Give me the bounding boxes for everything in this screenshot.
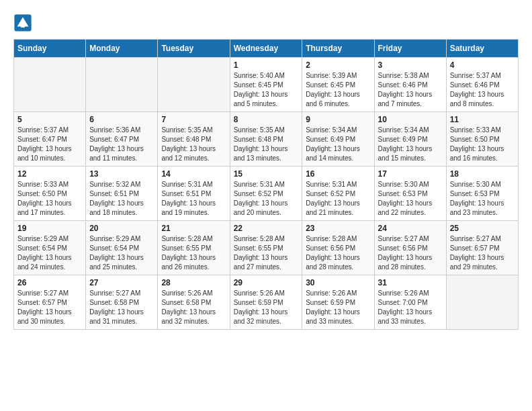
- day-number: 12: [17, 169, 82, 179]
- day-info: Sunrise: 5:26 AMSunset: 6:59 PMDaylight:…: [306, 289, 370, 326]
- calendar-cell: 11Sunrise: 5:33 AMSunset: 6:50 PMDayligh…: [446, 112, 518, 167]
- day-info: Sunrise: 5:28 AMSunset: 6:55 PMDaylight:…: [234, 234, 299, 272]
- day-info: Sunrise: 5:34 AMSunset: 6:49 PMDaylight:…: [306, 126, 370, 163]
- day-info: Sunrise: 5:37 AMSunset: 6:46 PMDaylight:…: [450, 71, 515, 109]
- day-info: Sunrise: 5:40 AMSunset: 6:45 PMDaylight:…: [234, 71, 299, 109]
- day-info: Sunrise: 5:29 AMSunset: 6:54 PMDaylight:…: [89, 234, 154, 272]
- day-number: 17: [378, 169, 443, 179]
- calendar-cell: 13Sunrise: 5:32 AMSunset: 6:51 PMDayligh…: [86, 167, 158, 221]
- calendar-cell: 21Sunrise: 5:28 AMSunset: 6:55 PMDayligh…: [158, 221, 230, 275]
- day-number: 29: [234, 278, 299, 287]
- calendar-cell: [86, 58, 158, 112]
- calendar-cell: 31Sunrise: 5:26 AMSunset: 7:00 PMDayligh…: [374, 275, 446, 330]
- day-number: 1: [234, 60, 299, 70]
- calendar-cell: 1Sunrise: 5:40 AMSunset: 6:45 PMDaylight…: [230, 58, 302, 112]
- day-info: Sunrise: 5:31 AMSunset: 6:51 PMDaylight:…: [161, 180, 226, 218]
- calendar-cell: 6Sunrise: 5:36 AMSunset: 6:47 PMDaylight…: [86, 112, 158, 167]
- calendar-cell: 20Sunrise: 5:29 AMSunset: 6:54 PMDayligh…: [86, 221, 158, 275]
- day-number: 13: [89, 169, 154, 179]
- calendar-day-header: Saturday: [446, 40, 518, 58]
- day-info: Sunrise: 5:33 AMSunset: 6:50 PMDaylight:…: [450, 126, 515, 163]
- logo: [13, 13, 35, 32]
- calendar-week-row: 12Sunrise: 5:33 AMSunset: 6:50 PMDayligh…: [14, 167, 519, 221]
- calendar-header-row: SundayMondayTuesdayWednesdayThursdayFrid…: [14, 40, 519, 58]
- calendar-cell: 26Sunrise: 5:27 AMSunset: 6:57 PMDayligh…: [14, 275, 86, 330]
- calendar-cell: [158, 58, 230, 112]
- calendar-cell: [446, 275, 518, 330]
- calendar-cell: 30Sunrise: 5:26 AMSunset: 6:59 PMDayligh…: [302, 275, 374, 330]
- day-info: Sunrise: 5:39 AMSunset: 6:45 PMDaylight:…: [306, 71, 370, 109]
- calendar-day-header: Wednesday: [230, 40, 302, 58]
- day-info: Sunrise: 5:26 AMSunset: 6:59 PMDaylight:…: [234, 289, 299, 326]
- day-info: Sunrise: 5:27 AMSunset: 6:57 PMDaylight:…: [450, 234, 515, 272]
- calendar-cell: 2Sunrise: 5:39 AMSunset: 6:45 PMDaylight…: [302, 58, 374, 112]
- day-number: 22: [234, 224, 299, 233]
- day-number: 19: [17, 224, 82, 233]
- page-header: [13, 13, 519, 32]
- calendar-cell: 23Sunrise: 5:28 AMSunset: 6:56 PMDayligh…: [302, 221, 374, 275]
- day-info: Sunrise: 5:27 AMSunset: 6:58 PMDaylight:…: [89, 289, 154, 326]
- calendar-cell: 16Sunrise: 5:31 AMSunset: 6:52 PMDayligh…: [302, 167, 374, 221]
- day-info: Sunrise: 5:26 AMSunset: 6:58 PMDaylight:…: [161, 289, 226, 326]
- calendar-table: SundayMondayTuesdayWednesdayThursdayFrid…: [13, 39, 519, 330]
- day-info: Sunrise: 5:31 AMSunset: 6:52 PMDaylight:…: [306, 180, 370, 218]
- calendar-cell: 22Sunrise: 5:28 AMSunset: 6:55 PMDayligh…: [230, 221, 302, 275]
- calendar-cell: 10Sunrise: 5:34 AMSunset: 6:49 PMDayligh…: [374, 112, 446, 167]
- calendar-day-header: Tuesday: [158, 40, 230, 58]
- day-info: Sunrise: 5:31 AMSunset: 6:52 PMDaylight:…: [234, 180, 299, 218]
- day-number: 4: [450, 60, 515, 70]
- calendar-cell: 24Sunrise: 5:27 AMSunset: 6:56 PMDayligh…: [374, 221, 446, 275]
- day-number: 20: [89, 224, 154, 233]
- calendar-cell: 12Sunrise: 5:33 AMSunset: 6:50 PMDayligh…: [14, 167, 86, 221]
- calendar-cell: 18Sunrise: 5:30 AMSunset: 6:53 PMDayligh…: [446, 167, 518, 221]
- day-info: Sunrise: 5:38 AMSunset: 6:46 PMDaylight:…: [378, 71, 443, 109]
- day-number: 30: [306, 278, 370, 287]
- day-info: Sunrise: 5:37 AMSunset: 6:47 PMDaylight:…: [17, 126, 82, 163]
- calendar-cell: 27Sunrise: 5:27 AMSunset: 6:58 PMDayligh…: [86, 275, 158, 330]
- calendar-cell: 7Sunrise: 5:35 AMSunset: 6:48 PMDaylight…: [158, 112, 230, 167]
- day-number: 6: [89, 115, 154, 124]
- day-number: 28: [161, 278, 226, 287]
- calendar-day-header: Friday: [374, 40, 446, 58]
- calendar-cell: 29Sunrise: 5:26 AMSunset: 6:59 PMDayligh…: [230, 275, 302, 330]
- day-number: 8: [234, 115, 299, 124]
- calendar-cell: 4Sunrise: 5:37 AMSunset: 6:46 PMDaylight…: [446, 58, 518, 112]
- calendar-cell: 14Sunrise: 5:31 AMSunset: 6:51 PMDayligh…: [158, 167, 230, 221]
- day-info: Sunrise: 5:27 AMSunset: 6:57 PMDaylight:…: [17, 289, 82, 326]
- day-number: 21: [161, 224, 226, 233]
- calendar-cell: 28Sunrise: 5:26 AMSunset: 6:58 PMDayligh…: [158, 275, 230, 330]
- day-number: 9: [306, 115, 370, 124]
- calendar-cell: 19Sunrise: 5:29 AMSunset: 6:54 PMDayligh…: [14, 221, 86, 275]
- day-info: Sunrise: 5:35 AMSunset: 6:48 PMDaylight:…: [234, 126, 299, 163]
- day-number: 7: [161, 115, 226, 124]
- day-number: 18: [450, 169, 515, 179]
- calendar-cell: 5Sunrise: 5:37 AMSunset: 6:47 PMDaylight…: [14, 112, 86, 167]
- day-number: 23: [306, 224, 370, 233]
- calendar-day-header: Sunday: [14, 40, 86, 58]
- day-info: Sunrise: 5:30 AMSunset: 6:53 PMDaylight:…: [450, 180, 515, 218]
- day-info: Sunrise: 5:35 AMSunset: 6:48 PMDaylight:…: [161, 126, 226, 163]
- calendar-week-row: 5Sunrise: 5:37 AMSunset: 6:47 PMDaylight…: [14, 112, 519, 167]
- day-number: 2: [306, 60, 370, 70]
- logo-icon: [13, 13, 32, 32]
- day-number: 5: [17, 115, 82, 124]
- day-info: Sunrise: 5:34 AMSunset: 6:49 PMDaylight:…: [378, 126, 443, 163]
- calendar-cell: [14, 58, 86, 112]
- day-number: 26: [17, 278, 82, 287]
- calendar-week-row: 1Sunrise: 5:40 AMSunset: 6:45 PMDaylight…: [14, 58, 519, 112]
- day-info: Sunrise: 5:36 AMSunset: 6:47 PMDaylight:…: [89, 126, 154, 163]
- day-number: 27: [89, 278, 154, 287]
- calendar-cell: 15Sunrise: 5:31 AMSunset: 6:52 PMDayligh…: [230, 167, 302, 221]
- day-info: Sunrise: 5:30 AMSunset: 6:53 PMDaylight:…: [378, 180, 443, 218]
- calendar-cell: 9Sunrise: 5:34 AMSunset: 6:49 PMDaylight…: [302, 112, 374, 167]
- calendar-day-header: Thursday: [302, 40, 374, 58]
- calendar-week-row: 19Sunrise: 5:29 AMSunset: 6:54 PMDayligh…: [14, 221, 519, 275]
- day-info: Sunrise: 5:28 AMSunset: 6:55 PMDaylight:…: [161, 234, 226, 272]
- day-number: 10: [378, 115, 443, 124]
- day-number: 11: [450, 115, 515, 124]
- day-info: Sunrise: 5:28 AMSunset: 6:56 PMDaylight:…: [306, 234, 370, 272]
- day-info: Sunrise: 5:27 AMSunset: 6:56 PMDaylight:…: [378, 234, 443, 272]
- calendar-cell: 17Sunrise: 5:30 AMSunset: 6:53 PMDayligh…: [374, 167, 446, 221]
- day-number: 25: [450, 224, 515, 233]
- day-info: Sunrise: 5:26 AMSunset: 7:00 PMDaylight:…: [378, 289, 443, 326]
